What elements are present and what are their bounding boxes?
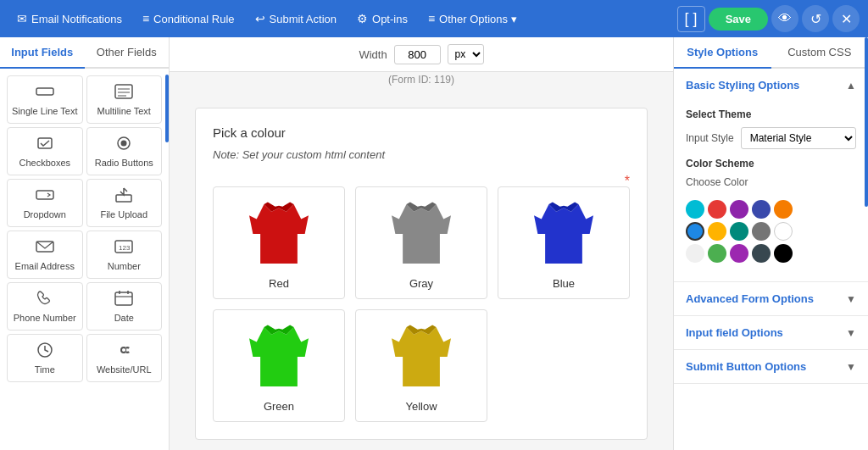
multiline-icon bbox=[114, 83, 134, 103]
email-icon: ✉ bbox=[17, 12, 27, 25]
nav-submit-action[interactable]: ↩ Submit Action bbox=[247, 7, 346, 31]
tab-other-fields[interactable]: Other Fields bbox=[85, 37, 170, 67]
color-dot-red[interactable] bbox=[708, 200, 726, 219]
shirts-grid-top: Red Gray bbox=[213, 186, 630, 299]
shirts-grid-bottom: Green Yellow bbox=[213, 309, 630, 422]
nav-email-notifications[interactable]: ✉ Email Notifications bbox=[8, 7, 131, 31]
close-button[interactable]: ✕ bbox=[832, 5, 860, 32]
section-advanced-form-header[interactable]: Advanced Form Options ▼ bbox=[674, 282, 868, 315]
color-dot-teal[interactable] bbox=[730, 222, 748, 241]
sidebar-item-file-upload[interactable]: File Upload bbox=[86, 179, 163, 227]
color-dot-cyan[interactable] bbox=[686, 200, 704, 219]
undo-button[interactable]: ↺ bbox=[802, 5, 829, 32]
nav-conditional-rule[interactable]: ≡ Conditional Rule bbox=[134, 7, 243, 31]
section-input-field-options: Input field Options ▼ bbox=[674, 316, 868, 350]
color-dot-deeppurple[interactable] bbox=[730, 244, 748, 263]
section-submit-button-header[interactable]: Submit Button Options ▼ bbox=[674, 350, 868, 383]
shirt-label-yellow: Yellow bbox=[364, 400, 478, 413]
sidebar-item-time[interactable]: Time bbox=[7, 334, 83, 382]
width-input[interactable] bbox=[394, 45, 441, 64]
submit-button-options-title: Submit Button Options bbox=[686, 360, 806, 373]
section-basic-styling: Basic Styling Options ▲ Select Theme Inp… bbox=[674, 69, 868, 282]
section-advanced-form: Advanced Form Options ▼ bbox=[674, 282, 868, 316]
color-grid bbox=[686, 200, 793, 263]
sidebar-item-number[interactable]: 123 Number bbox=[86, 231, 163, 279]
shirt-visual-blue bbox=[507, 196, 620, 272]
pick-colour-heading: Pick a colour bbox=[213, 125, 630, 140]
tab-custom-css[interactable]: Custom CSS bbox=[771, 37, 869, 67]
color-dot-white[interactable] bbox=[774, 222, 793, 241]
brackets-button[interactable]: [ ] bbox=[677, 6, 705, 32]
save-button[interactable]: Save bbox=[709, 8, 768, 31]
email-field-icon bbox=[35, 238, 55, 258]
svg-marker-22 bbox=[534, 204, 593, 264]
color-dot-gray[interactable] bbox=[752, 222, 771, 241]
shirt-card-blue[interactable]: Blue bbox=[498, 186, 630, 299]
color-dot-orange[interactable] bbox=[774, 200, 793, 219]
center-canvas: Width px % (Form ID: 119) Pick a colour … bbox=[170, 37, 673, 450]
sidebar-item-checkboxes[interactable]: Checkboxes bbox=[7, 127, 83, 175]
sidebar-tabs: Input Fields Other Fields bbox=[0, 37, 169, 69]
unit-select[interactable]: px % bbox=[448, 44, 484, 64]
sidebar-item-dropdown[interactable]: Dropdown bbox=[7, 179, 83, 227]
svg-marker-26 bbox=[392, 327, 451, 386]
sidebar-item-single-line-text[interactable]: Single Line Text bbox=[7, 75, 83, 124]
shirt-visual-gray bbox=[364, 196, 478, 272]
sidebar-item-website-url[interactable]: Website/URL bbox=[86, 334, 163, 382]
section-basic-styling-header[interactable]: Basic Styling Options ▲ bbox=[674, 69, 868, 102]
color-dot-amber[interactable] bbox=[708, 222, 726, 241]
submit-icon: ↩ bbox=[255, 12, 265, 25]
tab-style-options[interactable]: Style Options bbox=[674, 37, 771, 69]
sidebar-item-date[interactable]: Date bbox=[86, 282, 163, 331]
svg-text:123: 123 bbox=[119, 244, 131, 252]
svg-rect-5 bbox=[38, 138, 52, 148]
color-dot-purple[interactable] bbox=[730, 200, 748, 219]
right-panel: Style Options Custom CSS Basic Styling O… bbox=[673, 37, 868, 450]
chevron-down-submit-icon: ▼ bbox=[846, 361, 856, 373]
preview-button[interactable]: 👁 bbox=[771, 5, 798, 32]
nav-other-options[interactable]: ≡ Other Options ▾ bbox=[420, 7, 526, 31]
note-text: Note: Set your custom html content bbox=[213, 148, 630, 161]
color-dot-green[interactable] bbox=[708, 244, 726, 263]
color-dot-indigo[interactable] bbox=[752, 200, 771, 219]
color-dot-blue[interactable] bbox=[686, 222, 704, 241]
color-dot-lightgray[interactable] bbox=[686, 244, 704, 263]
phone-icon bbox=[35, 290, 55, 309]
shirt-card-empty bbox=[498, 309, 630, 422]
canvas-toolbar: Width px % bbox=[170, 37, 673, 72]
nav-opt-ins[interactable]: ⚙ Opt-ins bbox=[348, 7, 416, 31]
number-icon: 123 bbox=[114, 238, 134, 258]
shirt-label-blue: Blue bbox=[507, 277, 620, 290]
conditional-icon: ≡ bbox=[142, 12, 149, 25]
url-icon bbox=[114, 342, 134, 361]
width-label: Width bbox=[359, 48, 387, 61]
basic-styling-body: Select Theme Input Style Material Style … bbox=[674, 102, 868, 281]
time-icon bbox=[35, 342, 55, 361]
shirt-card-green[interactable]: Green bbox=[213, 309, 345, 422]
sidebar-item-radio-buttons[interactable]: Radio Buttons bbox=[86, 127, 163, 175]
shirt-card-red[interactable]: Red bbox=[213, 186, 345, 299]
shirt-label-red: Red bbox=[222, 277, 336, 290]
section-submit-button-options: Submit Button Options ▼ bbox=[674, 350, 868, 384]
sidebar-item-multiline-text[interactable]: Multiline Text bbox=[86, 75, 163, 124]
shirt-card-gray[interactable]: Gray bbox=[355, 186, 487, 299]
basic-styling-title: Basic Styling Options bbox=[686, 79, 799, 92]
select-theme-title: Select Theme bbox=[686, 108, 856, 120]
input-style-select[interactable]: Material Style Default Flat bbox=[741, 127, 856, 149]
svg-marker-20 bbox=[392, 204, 451, 264]
advanced-form-title: Advanced Form Options bbox=[686, 292, 814, 305]
color-dot-bluegray[interactable] bbox=[752, 244, 771, 263]
checkboxes-icon bbox=[35, 135, 55, 154]
top-nav: ✉ Email Notifications ≡ Conditional Rule… bbox=[0, 0, 868, 37]
chevron-down-advanced-icon: ▼ bbox=[846, 293, 856, 305]
sidebar-item-phone-number[interactable]: Phone Number bbox=[7, 282, 83, 331]
optins-icon: ⚙ bbox=[357, 12, 368, 25]
tab-input-fields[interactable]: Input Fields bbox=[0, 37, 85, 69]
choose-color-label: Choose Color bbox=[686, 176, 748, 188]
right-panel-tabs: Style Options Custom CSS bbox=[674, 37, 868, 69]
section-input-field-header[interactable]: Input field Options ▼ bbox=[674, 316, 868, 349]
svg-rect-9 bbox=[116, 195, 131, 202]
color-dot-black[interactable] bbox=[774, 244, 793, 263]
shirt-card-yellow[interactable]: Yellow bbox=[355, 309, 487, 422]
sidebar-item-email-address[interactable]: Email Address bbox=[7, 231, 83, 279]
